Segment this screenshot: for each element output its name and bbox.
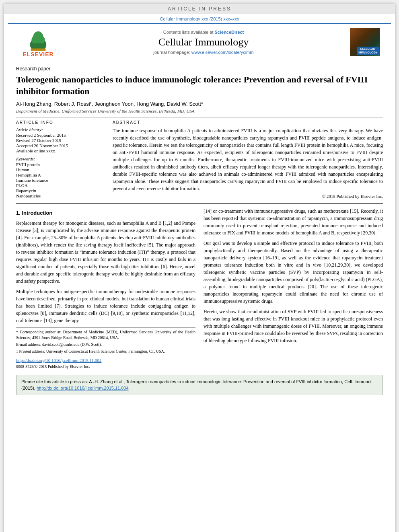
- svg-rect-7: [31, 49, 46, 51]
- journal-logo-box: CELLULARIMMUNOLOGY: [350, 28, 380, 56]
- abstract-col: ABSTRACT The immune response of hemophil…: [113, 120, 383, 199]
- footnote-1: * Corresponding author at: Department of…: [16, 329, 195, 341]
- sciencedirect-line: Contents lists available at ScienceDirec…: [60, 30, 347, 35]
- elsevier-tree-icon: [22, 27, 54, 51]
- body-divider: [16, 203, 383, 204]
- article-info-header: ARTICLE INFO: [16, 120, 105, 125]
- elsevier-wordmark: ELSEVIER: [23, 51, 53, 58]
- doi-link[interactable]: http://dx.doi.org/10.1016/j.cellimm.2015…: [16, 358, 101, 363]
- sd-prefix: Contents lists available at: [163, 30, 215, 35]
- journal-logo-right: CELLULARIMMUNOLOGY: [347, 28, 383, 56]
- article-title: Tolerogenic nanoparticles to induce immu…: [16, 74, 383, 97]
- citation-box: Please cite this article in press as: A.…: [16, 375, 383, 395]
- citation-doi[interactable]: http://dx.doi.org/10.1016/j.cellimm.2015…: [37, 386, 129, 390]
- footnote-divider: [16, 327, 195, 328]
- article-info-col: ARTICLE INFO Article history: Received 2…: [16, 120, 105, 199]
- authors-text: Ai-Hong Zhang, Robert J. Rossi¹, Jeonghe…: [16, 101, 203, 107]
- body-para-5: Herein, we show that co-administration o…: [204, 308, 383, 344]
- homepage-url[interactable]: www.elsevier.com/locate/ycimm: [191, 50, 254, 55]
- body-col-right: [14] or co-treatment with immunosuppress…: [204, 207, 383, 371]
- sciencedirect-link[interactable]: ScienceDirect: [215, 30, 244, 35]
- svg-point-6: [39, 36, 45, 43]
- divider-1: [16, 117, 383, 118]
- svg-point-5: [31, 36, 37, 43]
- journal-center: Contents lists available at ScienceDirec…: [60, 30, 347, 55]
- keyword-plga: PLGA: [16, 183, 105, 188]
- journal-title: Cellular Immunology: [60, 36, 347, 48]
- keyword-rapamycin: Rapamycin: [16, 188, 105, 193]
- elsevier-logo: ELSEVIER: [16, 27, 60, 58]
- journal-ref: Cellular Immunology xxx (2015) xxx–xxx: [160, 16, 239, 21]
- journal-logo-text: CELLULARIMMUNOLOGY: [357, 47, 379, 55]
- section-1-title: 1. Introduction: [16, 209, 195, 217]
- available-date: Available online xxxx: [16, 148, 105, 153]
- issn-line: 0008-8749/© 2015 Published by Elsevier I…: [16, 364, 195, 370]
- received-date: Received 2 September 2015: [16, 133, 105, 138]
- aip-banner: ARTICLE IN PRESS: [4, 4, 395, 14]
- journal-homepage: journal homepage: www.elsevier.com/locat…: [60, 50, 347, 55]
- abstract-header: ABSTRACT: [113, 120, 383, 125]
- keywords-label: Keywords:: [16, 156, 105, 161]
- keyword-nanoparticles: Nanoparticles: [16, 193, 105, 198]
- keyword-immune: Immune tolerance: [16, 178, 105, 183]
- two-col-body: 1. Introduction Replacement therapy for …: [16, 207, 383, 371]
- info-abstract-row: ARTICLE INFO Article history: Received 2…: [16, 120, 383, 199]
- keyword-hemophilia: Hemophilia A: [16, 173, 105, 177]
- copyright: © 2015 Published by Elsevier Inc.: [113, 194, 383, 199]
- history-label: Article history:: [16, 127, 105, 132]
- body-para-2: Multiple techniques for antigen-specific…: [16, 288, 195, 324]
- article-content: Research paper Tolerogenic nanoparticles…: [4, 61, 395, 400]
- footnote-3: 1 Present address: University of Connect…: [16, 349, 195, 354]
- body-para-3: [14] or co-treatment with immunosuppress…: [204, 207, 383, 236]
- body-para-4: Our goal was to develop a simple and eff…: [204, 240, 383, 305]
- footnote-2: E-mail address: david.scott@usuhs.edu (D…: [16, 342, 195, 347]
- accepted-date: Accepted 20 November 2015: [16, 143, 105, 148]
- keyword-fviii: FVIII protein: [16, 162, 105, 167]
- revised-date: Revised 27 October 2015: [16, 138, 105, 143]
- authors-line: Ai-Hong Zhang, Robert J. Rossi¹, Jeonghe…: [16, 101, 383, 107]
- affiliation: Department of Medicine, Uniformed Servic…: [16, 109, 383, 113]
- homepage-prefix: journal homepage:: [154, 50, 191, 55]
- article-type: Research paper: [16, 66, 383, 72]
- abstract-text: The immune response of hemophilia A pati…: [113, 127, 383, 192]
- body-col-left: 1. Introduction Replacement therapy for …: [16, 207, 195, 371]
- aip-text: ARTICLE IN PRESS: [168, 6, 231, 12]
- page: ARTICLE IN PRESS Cellular Immunology xxx…: [4, 4, 395, 532]
- body-para-1: Replacement therapy for monogenic diseas…: [16, 220, 195, 285]
- keyword-human: Human: [16, 167, 105, 172]
